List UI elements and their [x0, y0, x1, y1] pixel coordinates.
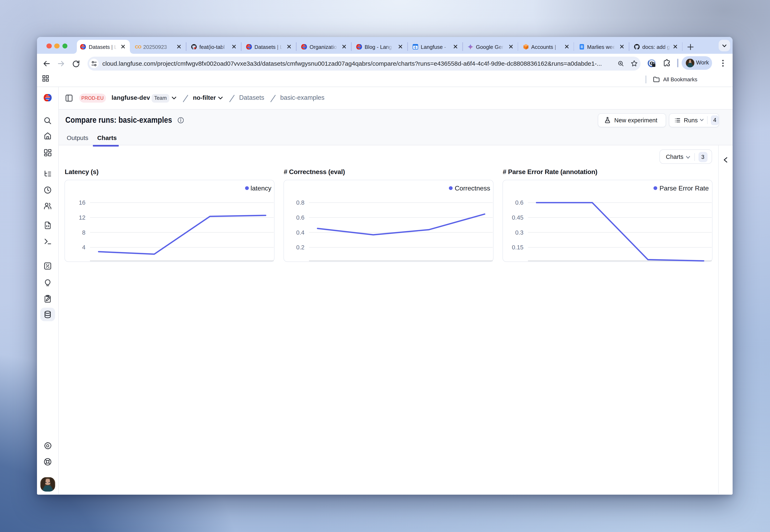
svg-text:0.6: 0.6: [297, 214, 305, 221]
svg-text:0.3: 0.3: [515, 229, 524, 236]
svg-text:0.15: 0.15: [512, 244, 524, 251]
svg-text:Parse Error Rate: Parse Error Rate: [660, 185, 709, 192]
svg-text:0.45: 0.45: [512, 214, 524, 221]
svg-text:8: 8: [82, 229, 86, 236]
svg-text:CO: CO: [135, 44, 141, 49]
svg-text:0.4: 0.4: [297, 229, 305, 236]
svg-text:0.8: 0.8: [297, 199, 305, 206]
svg-text:latency: latency: [251, 185, 272, 192]
svg-text:12: 12: [79, 214, 86, 221]
svg-text:0.2: 0.2: [297, 244, 305, 251]
svg-text:0.6: 0.6: [515, 199, 524, 206]
svg-text:6: 6: [414, 46, 416, 49]
svg-text:16: 16: [79, 199, 86, 206]
svg-text:4: 4: [82, 244, 86, 251]
svg-text:Correctness: Correctness: [455, 185, 490, 192]
